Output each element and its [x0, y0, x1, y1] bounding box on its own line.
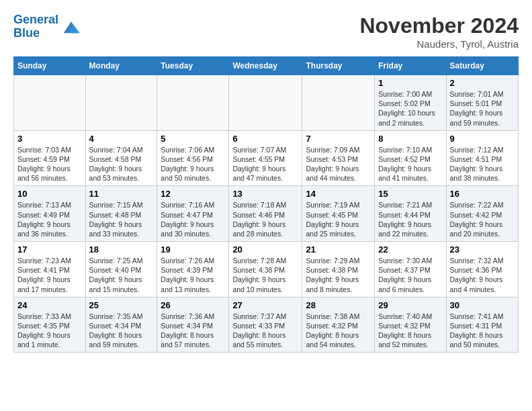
day-number: 20 [232, 244, 298, 255]
day-number: 28 [306, 300, 371, 310]
day-info: Sunrise: 7:15 AM Sunset: 4:48 PM Dayligh… [89, 200, 154, 238]
calendar-cell: 4Sunrise: 7:04 AM Sunset: 4:58 PM Daylig… [85, 130, 157, 186]
day-info: Sunrise: 7:37 AM Sunset: 4:33 PM Dayligh… [232, 312, 298, 350]
calendar-cell: 29Sunrise: 7:40 AM Sunset: 4:32 PM Dayli… [375, 297, 446, 353]
day-number: 24 [17, 300, 82, 310]
day-number: 13 [232, 189, 298, 199]
day-info: Sunrise: 7:12 AM Sunset: 4:51 PM Dayligh… [450, 145, 515, 183]
day-number: 26 [161, 300, 225, 310]
day-info: Sunrise: 7:36 AM Sunset: 4:34 PM Dayligh… [161, 312, 225, 350]
calendar-cell: 21Sunrise: 7:29 AM Sunset: 4:38 PM Dayli… [302, 242, 375, 298]
calendar-cell: 15Sunrise: 7:21 AM Sunset: 4:44 PM Dayli… [375, 186, 446, 242]
calendar-cell: 24Sunrise: 7:33 AM Sunset: 4:35 PM Dayli… [14, 297, 86, 353]
calendar-body: 1Sunrise: 7:00 AM Sunset: 5:02 PM Daylig… [14, 75, 519, 353]
calendar-cell: 19Sunrise: 7:26 AM Sunset: 4:39 PM Dayli… [157, 242, 229, 298]
calendar-cell: 12Sunrise: 7:16 AM Sunset: 4:47 PM Dayli… [157, 186, 229, 242]
day-number: 16 [450, 189, 515, 199]
calendar-cell: 7Sunrise: 7:09 AM Sunset: 4:53 PM Daylig… [302, 130, 375, 186]
calendar-cell: 16Sunrise: 7:22 AM Sunset: 4:42 PM Dayli… [446, 186, 519, 242]
day-info: Sunrise: 7:38 AM Sunset: 4:32 PM Dayligh… [306, 312, 371, 350]
day-number: 8 [378, 134, 442, 144]
day-number: 25 [89, 300, 154, 310]
day-info: Sunrise: 7:06 AM Sunset: 4:56 PM Dayligh… [161, 145, 225, 183]
calendar-cell: 9Sunrise: 7:12 AM Sunset: 4:51 PM Daylig… [446, 130, 519, 186]
day-number: 22 [378, 244, 442, 255]
day-info: Sunrise: 7:23 AM Sunset: 4:41 PM Dayligh… [17, 256, 82, 294]
day-number: 21 [306, 244, 371, 255]
calendar-cell: 5Sunrise: 7:06 AM Sunset: 4:56 PM Daylig… [157, 130, 229, 186]
day-number: 9 [450, 134, 515, 144]
day-info: Sunrise: 7:30 AM Sunset: 4:37 PM Dayligh… [378, 256, 442, 294]
logo-text: GeneralBlue [13, 13, 58, 40]
weekday-header-saturday: Saturday [446, 57, 519, 75]
calendar-table: SundayMondayTuesdayWednesdayThursdayFrid… [13, 56, 519, 353]
day-number: 1 [378, 78, 442, 88]
day-number: 18 [89, 244, 154, 255]
title-block: November 2024 Nauders, Tyrol, Austria [359, 13, 519, 50]
day-info: Sunrise: 7:29 AM Sunset: 4:38 PM Dayligh… [306, 256, 371, 294]
calendar-cell: 10Sunrise: 7:13 AM Sunset: 4:49 PM Dayli… [14, 186, 86, 242]
calendar-week-2: 3Sunrise: 7:03 AM Sunset: 4:59 PM Daylig… [14, 130, 519, 186]
day-info: Sunrise: 7:25 AM Sunset: 4:40 PM Dayligh… [89, 256, 154, 294]
day-info: Sunrise: 7:00 AM Sunset: 5:02 PM Dayligh… [378, 89, 442, 128]
weekday-header-wednesday: Wednesday [229, 57, 302, 75]
day-info: Sunrise: 7:10 AM Sunset: 4:52 PM Dayligh… [378, 145, 442, 183]
day-number: 19 [161, 244, 225, 255]
calendar-week-4: 17Sunrise: 7:23 AM Sunset: 4:41 PM Dayli… [14, 242, 519, 298]
calendar-cell [157, 75, 229, 131]
weekday-header-thursday: Thursday [302, 57, 375, 75]
weekday-header-tuesday: Tuesday [157, 57, 229, 75]
calendar-cell: 2Sunrise: 7:01 AM Sunset: 5:01 PM Daylig… [446, 75, 519, 131]
day-number: 10 [17, 189, 82, 199]
day-info: Sunrise: 7:41 AM Sunset: 4:31 PM Dayligh… [450, 312, 515, 350]
calendar-cell: 20Sunrise: 7:28 AM Sunset: 4:38 PM Dayli… [229, 242, 302, 298]
weekday-header-monday: Monday [85, 57, 157, 75]
day-number: 23 [450, 244, 515, 255]
calendar-cell: 8Sunrise: 7:10 AM Sunset: 4:52 PM Daylig… [375, 130, 446, 186]
day-number: 4 [89, 134, 154, 144]
weekday-header-sunday: Sunday [14, 57, 86, 75]
day-number: 30 [450, 300, 515, 310]
day-info: Sunrise: 7:03 AM Sunset: 4:59 PM Dayligh… [17, 145, 82, 183]
day-info: Sunrise: 7:40 AM Sunset: 4:32 PM Dayligh… [378, 312, 442, 350]
calendar-cell [302, 75, 375, 131]
day-number: 27 [232, 300, 298, 310]
calendar-week-1: 1Sunrise: 7:00 AM Sunset: 5:02 PM Daylig… [14, 75, 519, 131]
day-info: Sunrise: 7:32 AM Sunset: 4:36 PM Dayligh… [450, 256, 515, 294]
day-number: 6 [232, 134, 298, 144]
calendar-cell: 13Sunrise: 7:18 AM Sunset: 4:46 PM Dayli… [229, 186, 302, 242]
calendar-cell: 26Sunrise: 7:36 AM Sunset: 4:34 PM Dayli… [157, 297, 229, 353]
day-number: 5 [161, 134, 225, 144]
day-number: 14 [306, 189, 371, 199]
calendar-cell: 14Sunrise: 7:19 AM Sunset: 4:45 PM Dayli… [302, 186, 375, 242]
calendar-cell: 28Sunrise: 7:38 AM Sunset: 4:32 PM Dayli… [302, 297, 375, 353]
day-info: Sunrise: 7:22 AM Sunset: 4:42 PM Dayligh… [450, 200, 515, 238]
day-info: Sunrise: 7:28 AM Sunset: 4:38 PM Dayligh… [232, 256, 298, 294]
day-number: 12 [161, 189, 225, 199]
day-number: 15 [378, 189, 442, 199]
day-info: Sunrise: 7:21 AM Sunset: 4:44 PM Dayligh… [378, 200, 442, 238]
day-info: Sunrise: 7:16 AM Sunset: 4:47 PM Dayligh… [161, 200, 225, 238]
location: Nauders, Tyrol, Austria [359, 38, 519, 50]
day-info: Sunrise: 7:19 AM Sunset: 4:45 PM Dayligh… [306, 200, 371, 238]
calendar-cell: 17Sunrise: 7:23 AM Sunset: 4:41 PM Dayli… [14, 242, 86, 298]
day-info: Sunrise: 7:04 AM Sunset: 4:58 PM Dayligh… [89, 145, 154, 183]
weekday-header-friday: Friday [375, 57, 446, 75]
calendar-cell: 11Sunrise: 7:15 AM Sunset: 4:48 PM Dayli… [85, 186, 157, 242]
calendar-cell: 1Sunrise: 7:00 AM Sunset: 5:02 PM Daylig… [375, 75, 446, 131]
calendar-cell [229, 75, 302, 131]
logo: GeneralBlue [13, 13, 81, 40]
calendar-cell: 22Sunrise: 7:30 AM Sunset: 4:37 PM Dayli… [375, 242, 446, 298]
day-info: Sunrise: 7:26 AM Sunset: 4:39 PM Dayligh… [161, 256, 225, 294]
day-info: Sunrise: 7:18 AM Sunset: 4:46 PM Dayligh… [232, 200, 298, 238]
day-number: 17 [17, 244, 82, 255]
day-number: 7 [306, 134, 371, 144]
calendar-cell: 18Sunrise: 7:25 AM Sunset: 4:40 PM Dayli… [85, 242, 157, 298]
day-info: Sunrise: 7:07 AM Sunset: 4:55 PM Dayligh… [232, 145, 298, 183]
calendar-cell [85, 75, 157, 131]
day-info: Sunrise: 7:35 AM Sunset: 4:34 PM Dayligh… [89, 312, 154, 350]
day-number: 2 [450, 78, 515, 88]
calendar-cell: 25Sunrise: 7:35 AM Sunset: 4:34 PM Dayli… [85, 297, 157, 353]
day-info: Sunrise: 7:01 AM Sunset: 5:01 PM Dayligh… [450, 89, 515, 128]
calendar-cell: 3Sunrise: 7:03 AM Sunset: 4:59 PM Daylig… [14, 130, 86, 186]
